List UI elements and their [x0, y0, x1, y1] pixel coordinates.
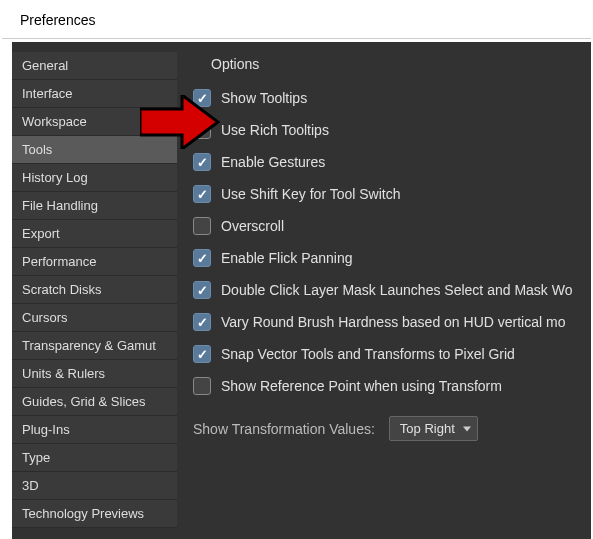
options-title: Options — [193, 52, 591, 82]
sidebar-item-general[interactable]: General — [12, 52, 177, 80]
sidebar-item-cursors[interactable]: Cursors — [12, 304, 177, 332]
option-row: Show Reference Point when using Transfor… — [193, 370, 591, 402]
transform-values-label: Show Transformation Values: — [193, 421, 375, 437]
sidebar-item-tools[interactable]: Tools — [12, 136, 177, 164]
option-row: Overscroll — [193, 210, 591, 242]
option-label: Enable Flick Panning — [221, 250, 353, 266]
option-checkbox[interactable] — [193, 313, 211, 331]
sidebar-item-3d[interactable]: 3D — [12, 472, 177, 500]
sidebar-item-technology-previews[interactable]: Technology Previews — [12, 500, 177, 528]
preferences-window: Preferences GeneralInterfaceWorkspaceToo… — [2, 2, 591, 539]
sidebar-item-performance[interactable]: Performance — [12, 248, 177, 276]
option-label: Use Shift Key for Tool Switch — [221, 186, 400, 202]
option-checkbox[interactable] — [193, 377, 211, 395]
options-panel: Options Show TooltipsUse Rich TooltipsEn… — [177, 42, 591, 539]
option-label: Show Tooltips — [221, 90, 307, 106]
option-checkbox[interactable] — [193, 249, 211, 267]
option-row: Use Shift Key for Tool Switch — [193, 178, 591, 210]
option-label: Show Reference Point when using Transfor… — [221, 378, 502, 394]
sidebar-item-plug-ins[interactable]: Plug-Ins — [12, 416, 177, 444]
sidebar-item-export[interactable]: Export — [12, 220, 177, 248]
options-list: Show TooltipsUse Rich TooltipsEnable Ges… — [193, 82, 591, 402]
sidebar-item-history-log[interactable]: History Log — [12, 164, 177, 192]
option-checkbox[interactable] — [193, 153, 211, 171]
option-label: Snap Vector Tools and Transforms to Pixe… — [221, 346, 515, 362]
sidebar-item-scratch-disks[interactable]: Scratch Disks — [12, 276, 177, 304]
option-row: Double Click Layer Mask Launches Select … — [193, 274, 591, 306]
option-label: Double Click Layer Mask Launches Select … — [221, 282, 572, 298]
sidebar-item-type[interactable]: Type — [12, 444, 177, 472]
option-checkbox[interactable] — [193, 217, 211, 235]
option-label: Enable Gestures — [221, 154, 325, 170]
option-row: Enable Gestures — [193, 146, 591, 178]
sidebar-item-file-handling[interactable]: File Handling — [12, 192, 177, 220]
option-label: Use Rich Tooltips — [221, 122, 329, 138]
option-row: Snap Vector Tools and Transforms to Pixe… — [193, 338, 591, 370]
option-label: Vary Round Brush Hardness based on HUD v… — [221, 314, 565, 330]
option-checkbox[interactable] — [193, 345, 211, 363]
sidebar-item-interface[interactable]: Interface — [12, 80, 177, 108]
option-checkbox[interactable] — [193, 89, 211, 107]
option-row: Enable Flick Panning — [193, 242, 591, 274]
option-checkbox[interactable] — [193, 121, 211, 139]
option-checkbox[interactable] — [193, 185, 211, 203]
category-sidebar: GeneralInterfaceWorkspaceToolsHistory Lo… — [12, 42, 177, 539]
option-label: Overscroll — [221, 218, 284, 234]
sidebar-item-guides-grid-slices[interactable]: Guides, Grid & Slices — [12, 388, 177, 416]
option-row: Show Tooltips — [193, 82, 591, 114]
transform-values-row: Show Transformation Values: Top Right — [193, 402, 591, 455]
transform-values-selected: Top Right — [400, 421, 455, 436]
option-checkbox[interactable] — [193, 281, 211, 299]
sidebar-item-units-rulers[interactable]: Units & Rulers — [12, 360, 177, 388]
sidebar-item-workspace[interactable]: Workspace — [12, 108, 177, 136]
transform-values-select[interactable]: Top Right — [389, 416, 478, 441]
window-title: Preferences — [2, 2, 591, 39]
option-row: Vary Round Brush Hardness based on HUD v… — [193, 306, 591, 338]
content-area: GeneralInterfaceWorkspaceToolsHistory Lo… — [12, 42, 591, 539]
option-row: Use Rich Tooltips — [193, 114, 591, 146]
sidebar-item-transparency-gamut[interactable]: Transparency & Gamut — [12, 332, 177, 360]
